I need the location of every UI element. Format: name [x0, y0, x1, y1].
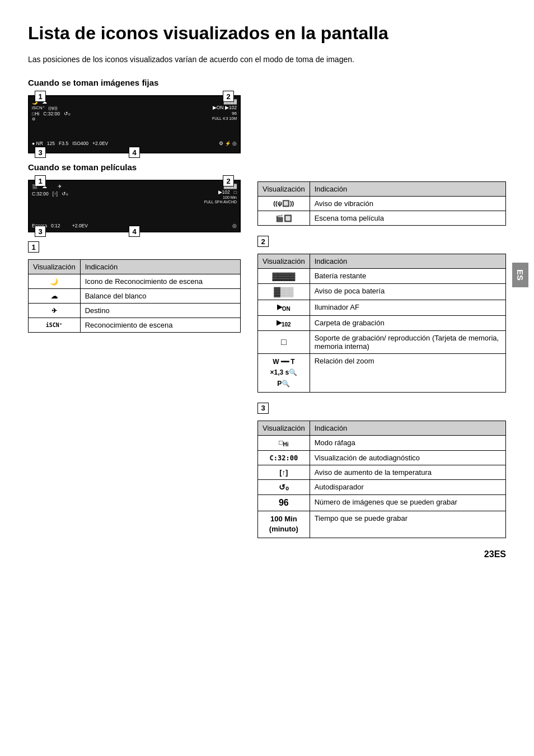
table-row: ((ψ🔲)) Aviso de vibración	[258, 197, 506, 211]
indication-cell: Aviso de poca batería	[310, 284, 505, 300]
section-num-1: 1	[28, 241, 39, 253]
table-row: 🌙 Icono de Reconocimiento de escena	[29, 274, 241, 289]
viz-cell: 100 Min(minuto)	[258, 511, 310, 538]
indication-cell: Visualización de autodiagnóstico	[310, 451, 505, 465]
viz-cell: ↺₀	[258, 480, 310, 495]
table2-col2: Indicación	[310, 254, 505, 269]
table-row: □ Soporte de grabación/ reproducción (Ta…	[258, 331, 506, 354]
table-row: iSCN⁺ Reconocimiento de escena	[29, 318, 241, 333]
cam-label-m3: 3	[35, 226, 46, 237]
table-row: ▶102 Carpeta de grabación	[258, 315, 506, 330]
indication-cell: Aviso de aumento de la temperatura	[310, 465, 505, 480]
table-row: C:32:00 Visualización de autodiagnóstico	[258, 451, 506, 465]
still-camera-screen: 🌙 ☁ iSCN⁺ ((ψ)) □Hi C:32:00 ↺₀ ⚙ ▓▓▓▓ ▶O…	[29, 96, 240, 152]
table-row: ☁ Balance del blanco	[29, 289, 241, 304]
stills-section-title: Cuando se toman imágenes fijas	[28, 78, 241, 87]
cam-label-2: 2	[223, 91, 234, 102]
viz-cell: C:32:00	[258, 451, 310, 465]
cam-label-1: 1	[35, 91, 46, 102]
indication-cell: Soporte de grabación/ reproducción (Tarj…	[310, 331, 505, 354]
viz-cell: ((ψ🔲))	[258, 197, 310, 211]
table-1: Visualización Indicación 🌙 Icono de Reco…	[28, 259, 241, 333]
viz-cell: ▓▓▓▓	[258, 269, 310, 284]
table-1b: Visualización Indicación ((ψ🔲)) Aviso de…	[257, 181, 506, 226]
indication-cell: Icono de Reconocimiento de escena	[80, 274, 240, 289]
indication-cell: Balance del blanco	[80, 289, 240, 304]
table1b-col2: Indicación	[310, 182, 505, 197]
indication-cell: Batería restante	[310, 269, 505, 284]
viz-cell: 🎬🔲	[258, 211, 310, 226]
viz-cell: ✈	[29, 304, 81, 318]
table2-col1: Visualización	[258, 254, 310, 269]
table1-col2: Indicación	[80, 260, 240, 274]
indication-cell: Tiempo que se puede grabar	[310, 511, 505, 538]
movies-section-title: Cuando se toman películas	[28, 162, 241, 172]
viz-cell: W ━━ T×1,3 s🔍P🔍	[258, 354, 310, 393]
movie-camera-screen: 🎬 ☁ ✈ C:32:00 [↑] ↺₀ ▓▓▓▓ ▶102 □ 100 Min…	[29, 181, 240, 231]
table-3: Visualización Indicación □Hi Modo ráfaga…	[257, 421, 506, 538]
table-row: ▓▓▓▓ Batería restante	[258, 269, 506, 284]
table3-col2: Indicación	[310, 421, 505, 435]
table-row: 96 Número de imágenes que se pueden grab…	[258, 495, 506, 511]
viz-cell: ▓▓▓	[258, 284, 310, 300]
table1-col1: Visualización	[29, 260, 81, 274]
viz-cell: ▶102	[258, 315, 310, 330]
viz-cell: ▶ON	[258, 300, 310, 315]
page-number: 23ES	[484, 549, 506, 559]
viz-cell: iSCN⁺	[29, 318, 81, 333]
table-row: □Hi Modo ráfaga	[258, 435, 506, 450]
table-row: [↑] Aviso de aumento de la temperatura	[258, 465, 506, 480]
section-num-3: 3	[257, 403, 269, 414]
cam-label-3: 3	[35, 147, 46, 158]
table3-col1: Visualización	[258, 421, 310, 435]
viz-cell: 96	[258, 495, 310, 511]
table-row: ▓▓▓ Aviso de poca batería	[258, 284, 506, 300]
indication-cell: Autodisparador	[310, 480, 505, 495]
table-row: W ━━ T×1,3 s🔍P🔍 Relación del zoom	[258, 354, 506, 393]
table1b-col1: Visualización	[258, 182, 310, 197]
table-row: ✈ Destino	[29, 304, 241, 318]
table-row: 100 Min(minuto) Tiempo que se puede grab…	[258, 511, 506, 538]
cam-label-m2: 2	[223, 175, 234, 186]
viz-cell: □Hi	[258, 435, 310, 450]
indication-cell: Número de imágenes que se pueden grabar	[310, 495, 505, 511]
viz-cell: □	[258, 331, 310, 354]
viz-cell: 🌙	[29, 274, 81, 289]
indication-cell: Relación del zoom	[310, 354, 505, 393]
indication-cell: Aviso de vibración	[310, 197, 505, 211]
indication-cell: Reconocimiento de escena	[80, 318, 240, 333]
page-title: Lista de iconos visualizados en la panta…	[28, 22, 506, 44]
table-row: ↺₀ Autodisparador	[258, 480, 506, 495]
section-num-2: 2	[257, 236, 269, 247]
table-2: Visualización Indicación ▓▓▓▓ Batería re…	[257, 254, 506, 392]
cam-label-m1: 1	[35, 175, 46, 186]
intro-text: Las posiciones de los iconos visualizado…	[28, 54, 506, 66]
es-badge: ES	[512, 263, 528, 287]
cam-label-4: 4	[129, 147, 140, 158]
indication-cell: Destino	[80, 304, 240, 318]
viz-cell: [↑]	[258, 465, 310, 480]
table-row: ▶ON Iluminador AF	[258, 300, 506, 315]
indication-cell: Escena toma película	[310, 211, 505, 226]
cam-label-m4: 4	[129, 226, 140, 237]
indication-cell: Iluminador AF	[310, 300, 505, 315]
table-row: 🎬🔲 Escena toma película	[258, 211, 506, 226]
indication-cell: Carpeta de grabación	[310, 315, 505, 330]
viz-cell: ☁	[29, 289, 81, 304]
indication-cell: Modo ráfaga	[310, 435, 505, 450]
